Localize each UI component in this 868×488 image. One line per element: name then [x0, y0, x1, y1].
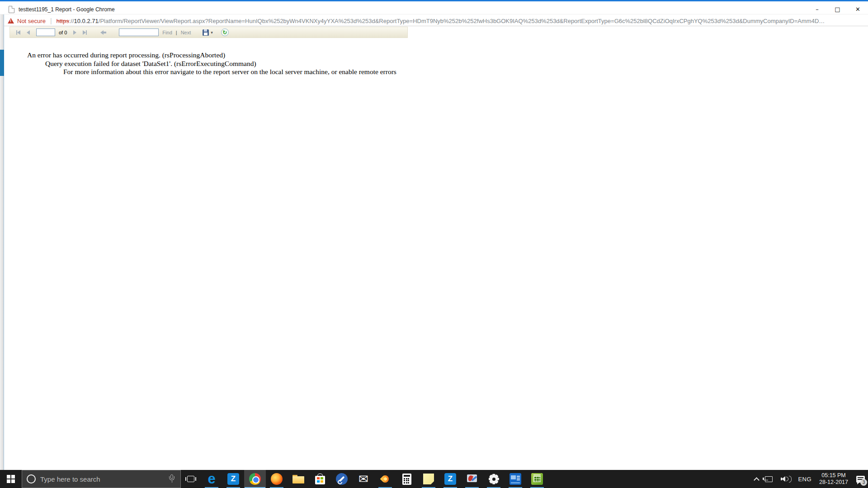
page-number-input[interactable]: [36, 28, 55, 36]
start-button[interactable]: [0, 470, 22, 488]
task-view-button[interactable]: [181, 470, 201, 488]
not-secure-label[interactable]: Not secure: [17, 18, 46, 24]
taskbar-app-store[interactable]: [309, 470, 331, 488]
taskbar-app-flame[interactable]: [374, 470, 396, 488]
clock-time: 05:15 PM: [819, 472, 848, 479]
error-message: An error has occurred during report proc…: [0, 51, 396, 76]
error-line: An error has occurred during report proc…: [27, 51, 396, 60]
export-caret-icon: ▾: [211, 30, 213, 35]
green-grid-app-icon: [531, 473, 543, 485]
taskbar-app-sticky-notes[interactable]: [418, 470, 439, 488]
taskbar-app-zoho-2[interactable]: Z: [439, 470, 461, 488]
zoho-z-icon: Z: [227, 473, 239, 485]
url-scheme-sep: ://: [69, 18, 74, 24]
gear-icon: [488, 474, 499, 484]
flame-icon: [380, 474, 391, 484]
back-to-parent-button[interactable]: [100, 30, 106, 35]
action-center-button[interactable]: 3: [853, 470, 868, 488]
first-page-button[interactable]: [16, 30, 20, 35]
taskbar-clock[interactable]: 05:15 PM 28-12-2017: [815, 472, 853, 486]
find-button[interactable]: Find: [162, 30, 172, 35]
taskbar-app-tool[interactable]: [331, 470, 353, 488]
find-next-button[interactable]: Next: [181, 30, 191, 35]
address-separator: |: [50, 17, 52, 24]
network-status[interactable]: [762, 470, 776, 488]
back-to-parent-icon: [100, 30, 104, 35]
url-text[interactable]: https://10.0.2.71/Platform/ReportViewer/…: [57, 18, 825, 24]
refresh-button[interactable]: ↻: [221, 28, 229, 36]
minimize-button[interactable]: –: [807, 3, 827, 16]
taskbar-app-mail[interactable]: ✉: [353, 470, 374, 488]
system-tray: ENG 05:15 PM 28-12-2017 3: [751, 470, 868, 488]
cortana-icon: [27, 474, 36, 483]
search-placeholder: Type here to search: [40, 475, 100, 483]
not-secure-warning-icon[interactable]: [8, 18, 14, 23]
first-page-icon: [17, 30, 20, 35]
taskbar: Type here to search e Z ✉: [0, 470, 868, 488]
firefox-icon: [271, 473, 283, 485]
find-next-separator: |: [176, 30, 177, 35]
window-title: testtest1195_1 Report - Google Chrome: [19, 6, 115, 13]
taskbar-app-settings[interactable]: [483, 470, 505, 488]
zoho-z-icon: Z: [444, 473, 456, 485]
file-explorer-icon: [292, 475, 304, 483]
network-icon: [765, 476, 773, 482]
url-scheme: https: [57, 18, 69, 24]
wrench-circle-icon: [336, 473, 348, 485]
sticky-notes-icon: [423, 474, 434, 484]
mail-icon: ✉: [359, 473, 368, 485]
taskbar-app-calculator[interactable]: [396, 470, 418, 488]
calculator-icon: [402, 474, 411, 485]
taskbar-app-blue-window[interactable]: [505, 470, 526, 488]
task-view-icon: [187, 476, 194, 482]
last-page-button[interactable]: [83, 30, 87, 35]
admin-tool-icon: [466, 473, 478, 485]
error-line: Query execution failed for dataset 'Data…: [45, 60, 396, 68]
export-button[interactable]: ▾: [203, 29, 213, 36]
next-page-button[interactable]: [73, 30, 76, 35]
taskbar-app-edge[interactable]: e: [201, 470, 222, 488]
taskbar-app-zoho[interactable]: Z: [222, 470, 244, 488]
microphone-icon[interactable]: [169, 474, 175, 483]
maximize-button[interactable]: □: [827, 3, 848, 16]
clock-date: 28-12-2017: [819, 479, 848, 486]
address-bar[interactable]: Not secure | https://10.0.2.71/Platform/…: [4, 16, 868, 26]
url-host: 10.0.2.71: [74, 18, 99, 24]
taskbar-app-file-explorer[interactable]: [288, 470, 309, 488]
url-path: /Platform/ReportViewer/ViewReport.aspx?R…: [99, 18, 825, 24]
prev-page-button[interactable]: [27, 30, 30, 35]
error-line: For more information about this error na…: [63, 68, 396, 76]
notification-badge: 3: [860, 479, 867, 486]
taskbar-search[interactable]: Type here to search: [22, 470, 181, 488]
taskbar-app-firefox[interactable]: [266, 470, 288, 488]
chrome-icon: [249, 473, 261, 485]
taskbar-app-admin-tool[interactable]: [461, 470, 483, 488]
blue-window-app-icon: [509, 473, 521, 485]
next-page-icon: [73, 30, 76, 35]
page-count-label: of 0: [59, 30, 67, 35]
export-save-icon: [203, 29, 209, 36]
prev-page-icon: [27, 30, 30, 35]
taskbar-app-green-grid[interactable]: [526, 470, 548, 488]
report-viewer-toolbar: of 0 Find | Next ▾ ↻: [9, 27, 408, 38]
desktop: testtest1195_1 Report - Google Chrome – …: [0, 0, 868, 488]
find-text-input[interactable]: [119, 28, 159, 36]
last-page-icon: [83, 30, 86, 35]
microsoft-store-icon: [315, 476, 325, 484]
edge-icon: e: [208, 473, 215, 485]
close-button[interactable]: ✕: [848, 3, 868, 16]
chevron-up-icon: [754, 477, 760, 483]
page-favicon-icon: [9, 6, 14, 13]
language-indicator[interactable]: ENG: [795, 470, 815, 488]
taskbar-app-chrome[interactable]: [244, 470, 266, 488]
hidden-icons-button[interactable]: [751, 470, 762, 488]
volume-icon: [779, 476, 792, 483]
volume-control[interactable]: [776, 470, 795, 488]
windows-logo-icon: [7, 475, 15, 483]
window-titlebar[interactable]: testtest1195_1 Report - Google Chrome – …: [0, 0, 868, 14]
